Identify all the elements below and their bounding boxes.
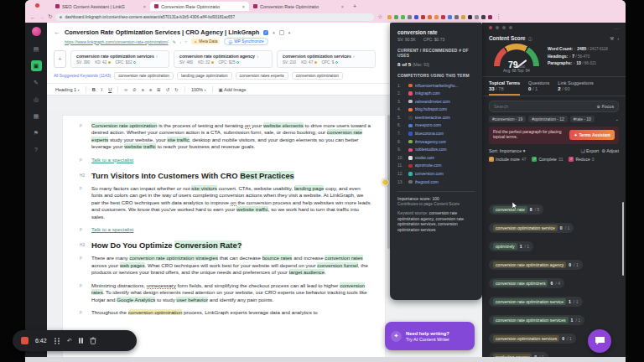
- topical-term-chip[interactable]: optimizely 1 / 1: [489, 241, 533, 251]
- competitor-link[interactable]: seerinteractive.com: [415, 116, 450, 120]
- topical-term-chip[interactable]: conversion rate optimization services 1 …: [489, 315, 584, 325]
- trash-icon[interactable]: [90, 337, 96, 344]
- competitor-link[interactable]: blog.hubspot.com: [415, 107, 448, 111]
- sidebar-item[interactable]: ▣: [31, 60, 42, 71]
- sidebar-item[interactable]: ✎: [31, 77, 42, 88]
- competitor-link[interactable]: conversion.com: [415, 172, 444, 176]
- sidebar-item[interactable]: ◎: [31, 94, 42, 105]
- document-block[interactable]: H2 Turn Visitors Into Customers With CRO…: [63, 171, 385, 180]
- meta-data-badge[interactable]: ▲ Meta Data: [191, 39, 221, 44]
- toolbar-icon[interactable]: ≡: [142, 87, 144, 92]
- extension-icon[interactable]: [454, 15, 459, 19]
- competitor-link[interactable]: invespcro.com: [415, 123, 442, 127]
- competitor-link[interactable]: influencermarketinghu...: [415, 84, 459, 88]
- info-icon[interactable]: ⓘ: [528, 36, 532, 41]
- undo-recording-icon[interactable]: ↶: [67, 338, 72, 344]
- document-block[interactable]: p Talk to a specialist: [63, 157, 385, 163]
- filter-checkbox[interactable]: ✓ Include more 47: [489, 157, 526, 162]
- toolbar-icon[interactable]: ⊞: [157, 87, 161, 92]
- heading-select[interactable]: Heading 1 ▾: [55, 87, 80, 92]
- panel-icon[interactable]: [509, 26, 512, 29]
- sort-select[interactable]: Sort: Importance ▾: [489, 148, 525, 153]
- add-keyword-button[interactable]: +: [54, 50, 66, 68]
- document-block[interactable]: p There are many conversion rate optimiz…: [63, 255, 385, 276]
- suggested-keyword-chip[interactable]: conversion rates experts: [236, 72, 288, 80]
- checkbox-icon[interactable]: ✓: [263, 30, 268, 35]
- doc-url-link[interactable]: https://www.linkgraph.com/conversion-rat…: [65, 39, 169, 44]
- extension-icon[interactable]: [434, 15, 439, 19]
- extension-icon[interactable]: [408, 15, 412, 19]
- competitor-link[interactable]: xoobo.com: [415, 156, 435, 160]
- wp-synchronize-badge[interactable]: Ⓦ WP Synchronize: [224, 38, 267, 45]
- terms-search[interactable]: ⊕ Focus: [489, 101, 619, 112]
- topical-term-chip[interactable]: conversion rate optimizers 6 / 4: [489, 278, 564, 288]
- suggested-keyword-chip[interactable]: landing page optimization: [177, 72, 231, 80]
- focus-toggle[interactable]: ⊕ Focus: [597, 104, 615, 109]
- competitor-link[interactable]: thriveagency.com: [415, 140, 447, 144]
- extension-icon[interactable]: [394, 15, 398, 19]
- browser-tab[interactable]: Conversion Rate Optimizatio ×: [150, 2, 249, 11]
- competitor-link[interactable]: bluecorona.com: [415, 132, 444, 136]
- doc-action-icon[interactable]: ↓: [179, 39, 182, 44]
- terms-assistant-button[interactable]: ✦ Terms Assistant: [569, 130, 615, 140]
- filter-checkbox[interactable]: ✓ Complete 31: [532, 157, 563, 162]
- competitor-link[interactable]: wpromote.com: [415, 163, 442, 168]
- page-icon[interactable]: [279, 30, 284, 35]
- zoom-select[interactable]: 100% ▾: [191, 87, 206, 92]
- extension-icon[interactable]: [428, 15, 432, 19]
- chat-widget-button[interactable]: [588, 329, 611, 353]
- topical-term-chip[interactable]: conversion optimization services 0 / 1: [489, 334, 576, 344]
- topical-term-chip[interactable]: conversion rate optimization agency 0 / …: [489, 260, 583, 270]
- extension-icon[interactable]: [475, 15, 479, 19]
- new-tab-button[interactable]: +: [353, 3, 356, 9]
- search-input[interactable]: [494, 104, 594, 109]
- forward-button[interactable]: →: [39, 14, 45, 20]
- competitor-link[interactable]: valveandmeter.com: [415, 100, 450, 104]
- document-block[interactable]: H2 How Do You Optimize Conversion Rate?: [63, 240, 385, 250]
- reload-button[interactable]: ↻: [48, 13, 52, 20]
- chevron-down-icon[interactable]: ⌄: [615, 116, 619, 122]
- chevron-down-icon[interactable]: ▾: [273, 30, 275, 35]
- keyword-card[interactable]: conversion optimization services ♀ SV: 2…: [277, 50, 376, 68]
- underline-button[interactable]: U: [108, 87, 112, 92]
- toolbar-icon[interactable]: ≡: [149, 87, 152, 92]
- add-image-button[interactable]: ▣ Add Image: [219, 87, 247, 92]
- document-sheet[interactable]: p Conversion rate optimization is the pr…: [62, 115, 386, 357]
- doc-back-button[interactable]: ←: [54, 28, 60, 36]
- doc-title[interactable]: Conversion Rate Optimization Services | …: [65, 28, 259, 36]
- keyword-card[interactable]: conversion rate optimization services ♀ …: [70, 50, 169, 68]
- topical-term-chip[interactable]: conversion rate optimization service 1 /…: [489, 297, 583, 307]
- toolbar-icon[interactable]: ⊘: [132, 87, 137, 92]
- extension-icon[interactable]: [414, 15, 418, 19]
- extension-icon[interactable]: [481, 15, 486, 19]
- extension-icon[interactable]: [448, 15, 452, 19]
- stop-recording-button[interactable]: [21, 337, 29, 344]
- filter-checkbox[interactable]: ✓ Reduce 0: [569, 157, 594, 162]
- extension-icon[interactable]: [488, 15, 492, 19]
- sidebar-item[interactable]: ▦: [31, 111, 42, 122]
- browser-menu-icon[interactable]: ⋮: [496, 13, 501, 20]
- document-block[interactable]: p Conversion rate optimization is the pr…: [63, 122, 385, 151]
- pause-icon[interactable]: [79, 338, 84, 344]
- document-block[interactable]: p Talk to a specialist: [63, 226, 385, 233]
- competitor-link[interactable]: thegood.com: [415, 180, 439, 184]
- panel-tab[interactable]: Topical Terms 33 / 78: [489, 80, 520, 96]
- hashtag-chip[interactable]: #optimization - 12: [528, 116, 568, 122]
- doc-action-icon[interactable]: ↑: [184, 39, 187, 44]
- export-button[interactable]: ❏ Export: [581, 148, 600, 153]
- terms-scrollbar[interactable]: [622, 202, 625, 276]
- extension-icon[interactable]: [441, 15, 445, 19]
- address-bar[interactable]: dashboard.linkgraph.io/content/seo-conte…: [55, 13, 374, 21]
- extension-icon[interactable]: [461, 15, 465, 19]
- competitor-link[interactable]: noblestudios.com: [415, 147, 447, 152]
- panel-icon[interactable]: [496, 26, 499, 29]
- floating-badge[interactable]: [382, 178, 389, 186]
- bookmark-star-icon[interactable]: ☆: [377, 13, 382, 20]
- drag-handle-icon[interactable]: [54, 338, 60, 344]
- extension-icon[interactable]: [468, 15, 472, 19]
- keyword-card[interactable]: conversion rate optimization agency ♀ SV…: [174, 50, 273, 68]
- panel-tab[interactable]: Link Suggestions 2 / 60: [558, 80, 594, 96]
- suggested-keyword-chip[interactable]: conversion rate optimization: [114, 72, 174, 80]
- tab-close-icon[interactable]: ×: [341, 4, 344, 9]
- back-button[interactable]: ←: [30, 14, 36, 20]
